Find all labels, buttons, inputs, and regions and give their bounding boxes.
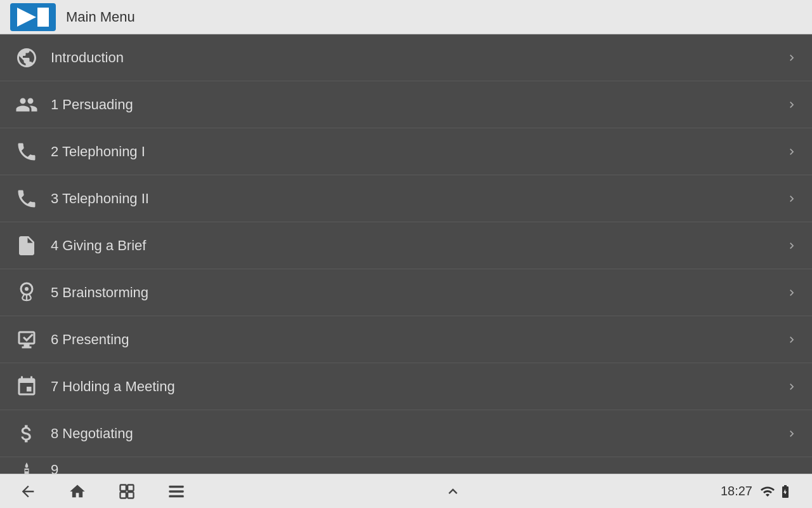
svg-rect-10 (169, 490, 183, 493)
menu-item-telephoning1-label: 2 Telephoning I (51, 144, 784, 160)
menu-item-persuading[interactable]: 1 Persuading (0, 81, 812, 128)
back-button[interactable] (19, 483, 37, 500)
menu-button[interactable] (167, 483, 185, 500)
chevron-right-icon (784, 191, 799, 206)
menu-item-meeting-label: 7 Holding a Meeting (51, 378, 784, 395)
menu-item-more[interactable]: 9 (0, 457, 812, 474)
bottom-bar: 18:27 (0, 474, 812, 508)
svg-rect-1 (37, 8, 49, 27)
menu-item-brainstorming-label: 5 Brainstorming (51, 284, 784, 301)
menu-item-giving-brief-label: 4 Giving a Brief (51, 237, 784, 254)
menu-item-more-label: 9 (51, 462, 799, 474)
clock: 18:27 (721, 484, 752, 498)
battery-icon (778, 484, 793, 499)
menu-item-introduction-label: Introduction (51, 50, 784, 66)
menu-item-meeting[interactable]: 7 Holding a Meeting (0, 363, 812, 410)
meeting-icon (13, 373, 41, 401)
globe-icon (13, 44, 41, 72)
menu-item-telephoning2[interactable]: 3 Telephoning II (0, 175, 812, 222)
status-bar-right: 18:27 (721, 484, 793, 499)
svg-rect-6 (128, 485, 133, 490)
svg-rect-5 (121, 485, 126, 490)
status-icons (760, 484, 793, 499)
chart-icon (13, 326, 41, 354)
people-icon (13, 91, 41, 119)
chevron-right-icon (784, 285, 799, 300)
menu-item-negotiating[interactable]: 8 Negotiating (0, 410, 812, 457)
bottom-nav-left (19, 483, 185, 500)
chevron-right-icon (784, 379, 799, 394)
menu-list: Introduction 1 Persuading 2 Telephoning … (0, 34, 812, 474)
chevron-right-icon (784, 97, 799, 112)
chevron-right-icon (784, 332, 799, 347)
phone2-icon (13, 185, 41, 213)
svg-rect-7 (121, 492, 126, 498)
svg-point-4 (25, 287, 29, 291)
svg-rect-11 (169, 495, 183, 497)
chevron-right-icon (784, 238, 799, 253)
menu-item-brainstorming[interactable]: 5 Brainstorming (0, 269, 812, 316)
home-button[interactable] (69, 483, 86, 500)
app-logo (10, 3, 56, 31)
chevron-right-icon (784, 426, 799, 441)
menu-item-presenting[interactable]: 6 Presenting (0, 316, 812, 363)
menu-item-negotiating-label: 8 Negotiating (51, 425, 784, 442)
phone-icon (13, 138, 41, 166)
menu-item-telephoning1[interactable]: 2 Telephoning I (0, 128, 812, 175)
svg-rect-8 (128, 492, 133, 498)
money-icon (13, 420, 41, 448)
menu-item-giving-brief[interactable]: 4 Giving a Brief (0, 222, 812, 269)
wifi-icon (760, 484, 775, 499)
candle-icon (13, 457, 41, 474)
menu-item-persuading-label: 1 Persuading (51, 97, 784, 113)
header: Main Menu (0, 0, 812, 34)
brain-icon (13, 279, 41, 307)
svg-rect-9 (169, 485, 183, 488)
chevron-right-icon (784, 50, 799, 65)
chevron-right-icon (784, 144, 799, 159)
menu-item-introduction[interactable]: Introduction (0, 34, 812, 81)
recent-apps-button[interactable] (118, 483, 136, 500)
svg-marker-0 (17, 8, 36, 27)
document-icon (13, 232, 41, 260)
menu-item-telephoning2-label: 3 Telephoning II (51, 190, 784, 207)
page-title: Main Menu (66, 9, 135, 25)
menu-item-presenting-label: 6 Presenting (51, 331, 784, 348)
center-chevron-button[interactable] (444, 483, 462, 500)
